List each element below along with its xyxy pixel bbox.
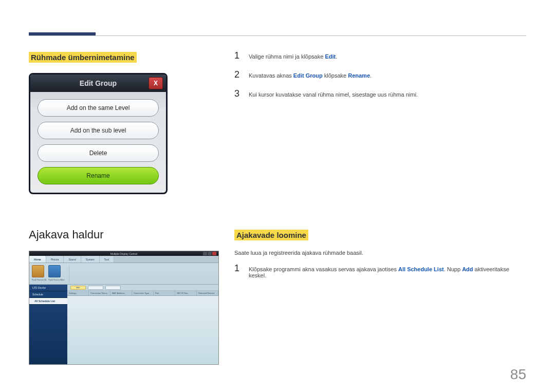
- schedule-steps: 1 Klõpsake programmi akna vasakus servas…: [234, 263, 526, 278]
- table-header: Settings Connection Status MAC Address C…: [67, 291, 218, 296]
- step-number: 1: [234, 263, 245, 274]
- step-number: 1: [234, 50, 245, 61]
- sidebar-item-schedule[interactable]: Schedule: [29, 291, 67, 298]
- app-toolbar: Add: [67, 285, 218, 291]
- fault-device-label: Fault Device (0): [32, 278, 46, 281]
- keyword-edit: Edit: [325, 53, 336, 60]
- maximize-icon[interactable]: [208, 252, 212, 255]
- add-button[interactable]: Add: [70, 286, 86, 290]
- close-button[interactable]: X: [149, 77, 163, 89]
- rename-button[interactable]: Rename: [38, 167, 159, 184]
- section-rename-groups: Rühmade ümbernimetamine Edit Group X Add…: [29, 50, 526, 194]
- minimize-icon[interactable]: [203, 252, 207, 255]
- step-number: 3: [234, 88, 245, 99]
- page-rule: [29, 35, 526, 36]
- app-title: Multiple Display Control: [110, 252, 138, 255]
- step-2: 2 Kuvatavas aknas Edit Group klõpsake Re…: [234, 69, 526, 80]
- heading-rename-groups: Rühmade ümbernimetamine: [29, 52, 137, 63]
- app-sidebar: LFD Device Schedule All Schedule List: [29, 285, 67, 364]
- col-mac-address: MAC Address: [110, 291, 132, 295]
- step-1: 1 Klõpsake programmi akna vasakus servas…: [234, 263, 526, 278]
- fault-alert-label: Fault Device Alert: [48, 278, 64, 281]
- sidebar-item-lfd[interactable]: LFD Device: [29, 285, 67, 291]
- sidebar-item-all-schedule[interactable]: All Schedule List: [29, 298, 67, 305]
- keyword-edit-group: Edit Group: [293, 72, 323, 79]
- tab-home[interactable]: Home: [29, 256, 46, 263]
- fault-device-button[interactable]: [32, 265, 44, 277]
- tab-picture[interactable]: Picture: [46, 256, 64, 263]
- mdc-app-window: Multiple Display Control Home Picture So…: [29, 251, 219, 365]
- app-titlebar: Multiple Display Control: [29, 251, 218, 256]
- col-connection-status: Connection Status: [89, 291, 110, 295]
- schedule-description: Saate luua ja registreerida ajakava rühm…: [234, 250, 526, 256]
- col-port: Port: [154, 291, 175, 295]
- delete-button[interactable]: Delete: [38, 144, 159, 162]
- section-schedule-manager: Ajakava haldur Multiple Display Control …: [29, 228, 526, 365]
- tab-tool[interactable]: Tool: [100, 256, 114, 263]
- step-1: 1 Valige rühma nimi ja klõpsake Edit.: [234, 50, 526, 61]
- page-number: 85: [510, 366, 526, 383]
- rename-steps: 1 Valige rühma nimi ja klõpsake Edit. 2 …: [234, 50, 526, 99]
- edit-group-titlebar: Edit Group X: [30, 74, 166, 92]
- step-3: 3 Kui kursor kuvatakse vanal rühma nimel…: [234, 88, 526, 99]
- col-settings: Settings: [67, 291, 89, 295]
- fault-alert-button[interactable]: [48, 265, 61, 277]
- col-connection-type: Connection Type: [132, 291, 154, 295]
- table-body: [67, 296, 218, 364]
- step-number: 2: [234, 69, 245, 80]
- heading-creating-schedules: Ajakavade loomine: [234, 230, 308, 240]
- edit-group-title: Edit Group: [80, 79, 117, 87]
- app-ribbon: Home Picture Sound System Tool Fault Dev…: [29, 256, 218, 285]
- toolbar-button[interactable]: [88, 286, 103, 290]
- keyword-add: Add: [462, 266, 473, 272]
- close-icon[interactable]: [212, 252, 216, 255]
- edit-group-dialog: Edit Group X Add on the same Level Add o…: [29, 73, 168, 194]
- tab-sound[interactable]: Sound: [64, 256, 81, 263]
- col-set-id: SET ID Ran...: [175, 291, 197, 295]
- keyword-rename: Rename: [348, 72, 370, 79]
- toolbar-button[interactable]: [105, 286, 121, 290]
- keyword-all-schedule-list: All Schedule List: [398, 266, 444, 272]
- add-same-level-button[interactable]: Add on the same Level: [38, 99, 159, 117]
- add-sub-level-button[interactable]: Add on the sub level: [38, 122, 159, 139]
- close-icon: X: [154, 80, 158, 87]
- tab-system[interactable]: System: [81, 256, 100, 263]
- col-detected: Detected Devices: [197, 291, 218, 295]
- heading-schedule-manager: Ajakava haldur: [29, 228, 229, 241]
